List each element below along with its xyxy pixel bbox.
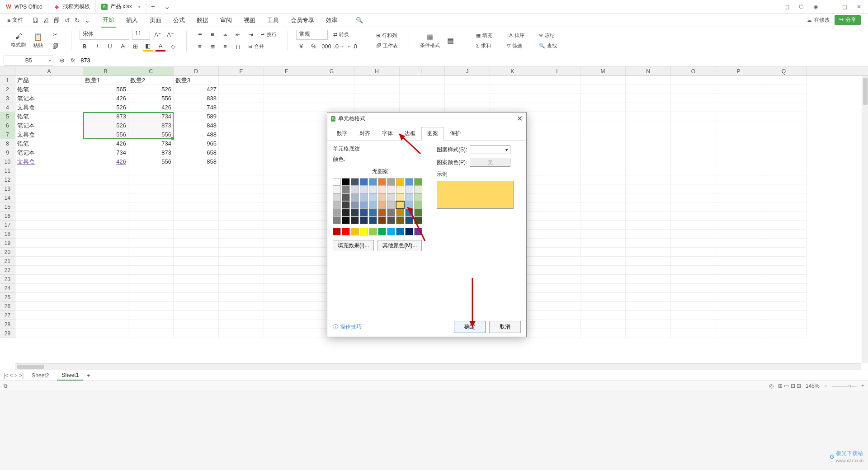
row-header[interactable]: 2 [0, 85, 15, 94]
cell[interactable] [354, 94, 400, 103]
cell[interactable] [264, 302, 309, 311]
cell[interactable] [716, 266, 761, 275]
color-swatch[interactable] [405, 209, 413, 216]
cell[interactable] [580, 212, 626, 221]
cell[interactable] [219, 121, 264, 130]
cell[interactable] [580, 239, 626, 248]
zoom-in-button[interactable]: + [861, 383, 864, 389]
freeze-button[interactable]: ❄冻结 [536, 31, 560, 40]
cell[interactable] [761, 293, 807, 302]
cell[interactable]: 873 [128, 148, 174, 157]
fx-expand-icon[interactable]: ⊕ [57, 56, 67, 66]
color-swatch[interactable] [387, 178, 395, 186]
cell[interactable] [716, 329, 761, 338]
col-header[interactable]: K [490, 67, 535, 75]
cell[interactable] [716, 94, 761, 103]
border-button[interactable]: ⊞ [130, 42, 140, 52]
cell[interactable] [174, 239, 219, 248]
row-header[interactable]: 4 [0, 103, 15, 112]
color-swatch[interactable] [342, 216, 350, 224]
cell[interactable] [445, 103, 490, 112]
wrap-text-button[interactable]: ↵换行 [258, 30, 279, 39]
row-header[interactable]: 14 [0, 193, 15, 202]
cell[interactable] [535, 94, 580, 103]
cell[interactable] [535, 329, 580, 338]
cell[interactable]: 748 [174, 103, 219, 112]
cell[interactable] [626, 103, 671, 112]
color-swatch[interactable] [360, 178, 368, 186]
cell[interactable] [580, 248, 626, 257]
app-tab-template[interactable]: ◆ 找稻壳模板 [48, 0, 96, 13]
cell[interactable] [626, 94, 671, 103]
cell[interactable] [83, 193, 128, 202]
col-header[interactable]: M [580, 67, 626, 75]
cell-styles-button[interactable]: ▤ [444, 35, 457, 46]
cell[interactable] [761, 184, 807, 193]
color-swatch[interactable] [333, 178, 341, 186]
cell[interactable] [264, 275, 309, 284]
cell[interactable] [264, 202, 309, 212]
color-swatch[interactable] [360, 193, 368, 201]
number-format-select[interactable]: 常规 [296, 30, 328, 40]
horizontal-scrollbar[interactable] [15, 363, 861, 370]
cell[interactable]: 526 [83, 103, 128, 112]
add-sheet-button[interactable]: + [87, 372, 90, 379]
cell[interactable] [761, 266, 807, 275]
dialog-tab-align[interactable]: 对齐 [354, 127, 376, 140]
cell[interactable] [264, 329, 309, 338]
cell[interactable] [15, 329, 83, 338]
cell[interactable] [580, 184, 626, 193]
tab-efficiency[interactable]: 效率 [324, 14, 340, 27]
cell[interactable] [761, 329, 807, 338]
cell[interactable] [626, 329, 671, 338]
select-all-corner[interactable] [0, 67, 15, 75]
color-swatch[interactable] [396, 209, 404, 216]
cell[interactable] [671, 248, 716, 257]
cell[interactable]: 数量1 [83, 76, 128, 85]
cell[interactable] [219, 239, 264, 248]
cell[interactable] [626, 121, 671, 130]
percent-button[interactable]: % [309, 42, 319, 52]
copy-button[interactable]: 🗐 [50, 42, 60, 52]
cell[interactable] [83, 275, 128, 284]
cell[interactable]: 556 [128, 130, 174, 139]
cell[interactable] [128, 221, 174, 230]
cell[interactable] [580, 202, 626, 212]
cell[interactable] [761, 239, 807, 248]
color-swatch[interactable] [414, 178, 422, 186]
cell[interactable] [761, 202, 807, 212]
undo-icon[interactable]: ↺ [65, 17, 70, 24]
color-swatch[interactable] [342, 209, 350, 216]
row-header[interactable]: 6 [0, 121, 15, 130]
tab-list-button[interactable]: ⌄ [160, 2, 175, 11]
row-header[interactable]: 23 [0, 275, 15, 284]
cell[interactable] [15, 311, 83, 320]
cell[interactable] [128, 175, 174, 184]
row-header[interactable]: 17 [0, 221, 15, 230]
color-swatch[interactable] [396, 228, 404, 235]
row-header[interactable]: 26 [0, 302, 15, 311]
cell[interactable] [219, 230, 264, 239]
col-header[interactable]: I [400, 67, 445, 75]
cell[interactable] [580, 130, 626, 139]
cell[interactable] [626, 148, 671, 157]
col-header[interactable]: A [15, 67, 83, 75]
cell[interactable] [580, 284, 626, 293]
increase-font-button[interactable]: A⁺ [153, 30, 163, 40]
cell[interactable] [128, 320, 174, 329]
cell[interactable] [671, 230, 716, 239]
cell[interactable] [580, 85, 626, 94]
cell[interactable]: 734 [83, 148, 128, 157]
cell[interactable] [264, 212, 309, 221]
cell[interactable] [264, 311, 309, 320]
no-pattern-label[interactable]: 无图案 [333, 166, 428, 178]
cell[interactable] [716, 293, 761, 302]
cell[interactable] [264, 148, 309, 157]
cell[interactable] [219, 266, 264, 275]
cell[interactable] [626, 184, 671, 193]
cell[interactable] [219, 130, 264, 139]
cell[interactable] [15, 266, 83, 275]
cell[interactable] [264, 266, 309, 275]
cell[interactable] [219, 212, 264, 221]
cell[interactable] [490, 76, 535, 85]
